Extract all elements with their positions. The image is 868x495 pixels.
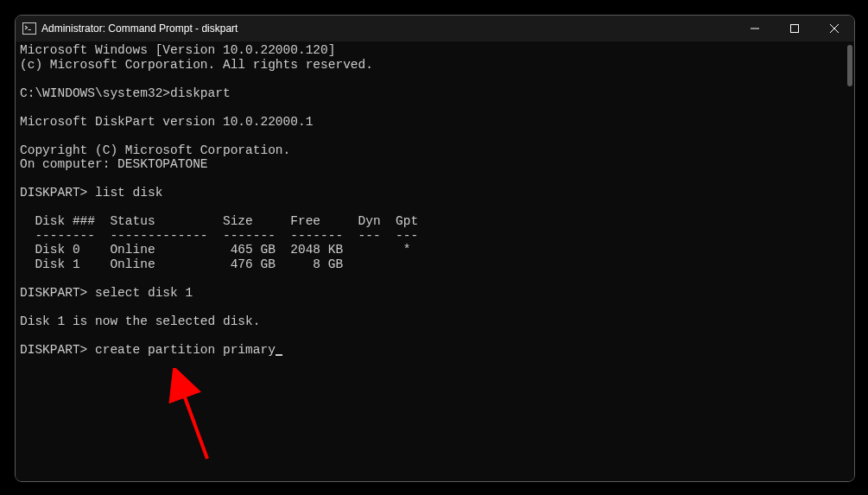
terminal-output[interactable]: Microsoft Windows [Version 10.0.22000.12… xyxy=(16,41,854,481)
output-line: -------- ------------- ------- ------- -… xyxy=(20,229,418,243)
svg-rect-3 xyxy=(791,25,799,33)
window-controls xyxy=(735,16,854,41)
close-button[interactable] xyxy=(814,16,854,41)
output-line: Disk 0 Online 465 GB 2048 KB * xyxy=(20,243,410,257)
cmd-icon xyxy=(22,22,36,35)
titlebar[interactable]: Administrator: Command Prompt - diskpart xyxy=(16,16,854,41)
vertical-scrollbar[interactable] xyxy=(847,45,852,86)
output-line: Copyright (C) Microsoft Corporation. xyxy=(20,143,290,157)
output-line: Disk 1 is now the selected disk. xyxy=(20,314,260,328)
output-line: Disk ### Status Size Free Dyn Gpt xyxy=(20,214,418,228)
output-line: DISKPART> create partition primary xyxy=(20,343,276,357)
window-title: Administrator: Command Prompt - diskpart xyxy=(41,22,735,35)
output-line: Disk 1 Online 476 GB 8 GB xyxy=(20,257,343,271)
output-line: DISKPART> list disk xyxy=(20,186,162,200)
command-prompt-window: Administrator: Command Prompt - diskpart… xyxy=(15,15,855,482)
output-line: Microsoft DiskPart version 10.0.22000.1 xyxy=(20,115,313,129)
output-line: On computer: DESKTOPATONE xyxy=(20,157,208,171)
maximize-button[interactable] xyxy=(775,16,814,41)
output-line: Microsoft Windows [Version 10.0.22000.12… xyxy=(20,43,335,57)
output-line: (c) Microsoft Corporation. All rights re… xyxy=(20,58,373,72)
svg-rect-0 xyxy=(23,23,36,35)
output-line: C:\WINDOWS\system32>diskpart xyxy=(20,86,231,100)
minimize-button[interactable] xyxy=(735,16,775,41)
text-cursor xyxy=(276,354,282,356)
output-line: DISKPART> select disk 1 xyxy=(20,286,193,300)
